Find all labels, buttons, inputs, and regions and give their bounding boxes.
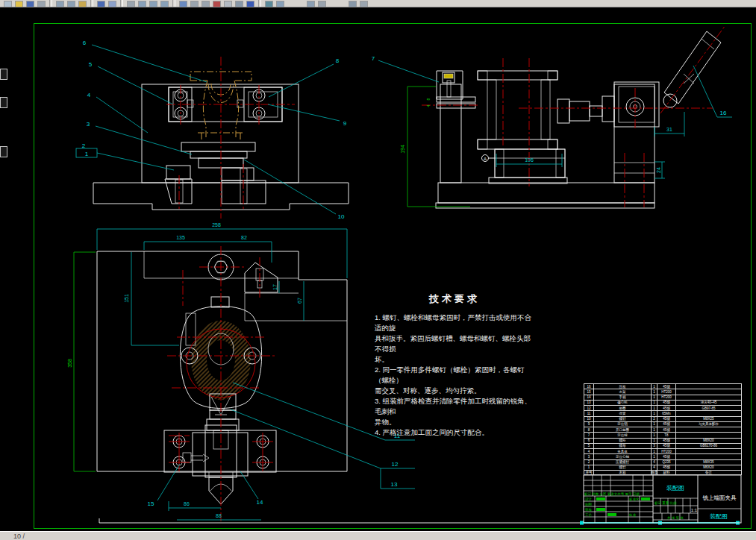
dim-358[interactable]: 358: [67, 359, 72, 368]
bom-row: 14手柄1HT200: [584, 395, 742, 400]
tech-req-body: 1. 螺钉、螺栓和螺母紧固时，严禁打击或使用不合适的旋具和扳手。紧固后螺钉槽、螺…: [375, 313, 534, 438]
bom-cell: 压板: [594, 384, 652, 389]
bom-cell: 3: [584, 454, 594, 459]
sig-design: 设计: [585, 497, 593, 501]
bom-row: 8开口垫圈145钢: [584, 427, 742, 433]
callout-13[interactable]: 13: [391, 481, 398, 488]
callout-6[interactable]: 6: [83, 40, 87, 46]
dim-258[interactable]: 258: [212, 222, 221, 227]
side-view[interactable]: 8 4: [372, 25, 732, 208]
tech-req-line: 需交叉、对称、逐步、均匀拧紧。: [375, 386, 534, 396]
bom-cell: 45钢: [657, 427, 676, 433]
dim-gap8[interactable]: 8: [426, 98, 431, 100]
bom-parts-list[interactable]: 16压板145钢15支架1HT20014手柄1HT20013偏心轮145钢淬火4…: [584, 383, 742, 475]
dim-135[interactable]: 135: [176, 235, 185, 240]
callout-7[interactable]: 7: [372, 55, 375, 62]
titleblock-sheet-name: 装配图: [710, 513, 728, 520]
dim-31[interactable]: 31: [666, 127, 672, 132]
bom-row: 9定位销145钢与夹具体配作: [584, 421, 742, 427]
title-block[interactable]: 标记 处数 分区 更改文件号 签字 日期 设计 制图 审核 工艺 标准化 批准 …: [584, 475, 741, 523]
signature-mark: [596, 497, 605, 500]
sig-process: 工艺: [585, 512, 593, 517]
bom-cell: 1: [652, 438, 657, 443]
sig-approve: 批准: [628, 513, 637, 517]
bom-cell: 5: [584, 443, 594, 448]
clamp-handle[interactable]: [660, 25, 725, 113]
bom-cell: 定位销: [594, 421, 652, 427]
plan-view[interactable]: 258 135 82 358 151 17 67 86 88: [67, 222, 415, 522]
bom-cell: 2: [652, 416, 657, 421]
side-dimensions[interactable]: 194 106 31 24: [400, 87, 684, 207]
bom-cell: 螺母: [594, 443, 652, 448]
brass-screw-section: [444, 74, 453, 78]
bom-row: 13偏心轮145钢淬火40~45: [584, 400, 742, 405]
bom-cell: 45钢: [657, 406, 676, 411]
tech-req-line: 坏。: [375, 354, 534, 365]
side-callout-leaders[interactable]: [378, 60, 732, 117]
callout-9[interactable]: 9: [343, 120, 347, 127]
bom-cell: M6X20: [676, 465, 742, 470]
bom-row: 7定位键1T8: [584, 433, 742, 438]
bom-cell: 16: [584, 384, 594, 389]
datum-label: A: [484, 157, 487, 161]
bom-cell: 45钢: [657, 443, 676, 448]
callout-16[interactable]: 16: [720, 110, 727, 116]
dim-82[interactable]: 82: [241, 235, 247, 240]
bom-cell: 65Mn: [657, 411, 676, 416]
grip-handle[interactable]: [580, 521, 584, 525]
status-bar[interactable]: 10 /: [0, 531, 756, 540]
bom-cell: 2: [584, 459, 594, 465]
dim-194[interactable]: 194: [400, 145, 405, 154]
bom-cell: 1: [652, 384, 657, 389]
command-line-text: 10 /: [13, 533, 25, 540]
dim-17[interactable]: 17: [272, 284, 278, 290]
bom-cell: 1: [652, 411, 657, 416]
bom-cell: 3: [652, 443, 657, 448]
bom-cell: 1: [652, 395, 657, 400]
bom-header-cell: 数量: [652, 471, 657, 475]
bom-cell: 45钢: [657, 454, 676, 459]
dim-67[interactable]: 67: [297, 298, 302, 304]
callout-5[interactable]: 5: [89, 61, 93, 68]
callout-10[interactable]: 10: [338, 213, 345, 220]
bom-cell: 螺钉: [594, 416, 652, 421]
bom-cell: 1: [584, 465, 594, 470]
callout-4[interactable]: 4: [87, 92, 91, 98]
sig-check: 审核: [585, 508, 593, 512]
bom-cell: GB6170-86: [676, 443, 742, 448]
callout-15[interactable]: 15: [148, 500, 154, 507]
signature-mark: [641, 497, 650, 500]
bom-cell: 4: [584, 449, 594, 454]
titleblock-type: 装配图: [666, 485, 684, 492]
dim-88[interactable]: 88: [216, 513, 222, 518]
callout-3[interactable]: 3: [87, 121, 90, 128]
bom-cell: T8: [657, 433, 676, 438]
signature-mark: [607, 513, 616, 516]
bom-row: 4夹具体1HT200: [584, 449, 742, 454]
dim-151[interactable]: 151: [124, 294, 129, 303]
bom-cell: M8X20: [676, 438, 742, 443]
dim-106[interactable]: 106: [525, 157, 534, 163]
bom-cell: [676, 454, 742, 459]
cad-application-window: { "toolbar": { "items": [ {"kind":"icon"…: [0, 0, 756, 540]
bom-cell: 压紧螺钉: [594, 459, 652, 465]
bom-row: 15支架1HT200: [584, 389, 742, 395]
front-callout-leaders[interactable]: [76, 45, 340, 214]
callout-8[interactable]: 8: [336, 57, 340, 64]
bom-cell: 1: [652, 433, 657, 438]
callout-12[interactable]: 12: [392, 461, 399, 468]
dim-86[interactable]: 86: [184, 501, 190, 506]
callout-14[interactable]: 14: [257, 499, 263, 506]
bom-cell: 45钢: [657, 416, 676, 421]
front-view[interactable]: 6 5 4 3 2 1 8 9 10: [76, 40, 349, 220]
bom-cell: 1: [652, 454, 657, 459]
dim-24[interactable]: 24: [656, 167, 661, 173]
dim-gap4[interactable]: 4: [426, 104, 431, 107]
bom-cell: 14: [584, 395, 594, 400]
callout-2[interactable]: 2: [82, 142, 86, 149]
callout-1[interactable]: 1: [85, 151, 89, 157]
datum-symbol[interactable]: A: [482, 155, 496, 162]
bom-row: 11弹簧165Mn: [584, 411, 742, 416]
bom-cell: HT200: [657, 389, 676, 395]
bom-cell: [676, 384, 742, 389]
